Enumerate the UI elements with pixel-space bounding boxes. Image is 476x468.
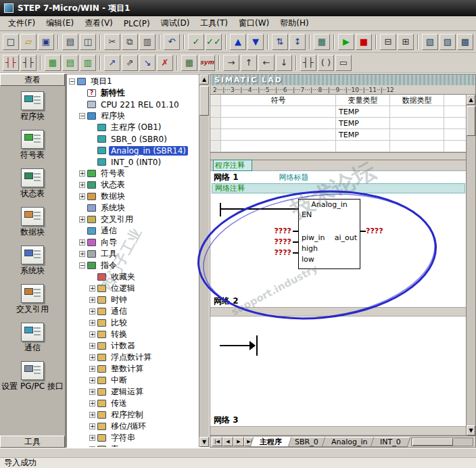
scroll-down-icon[interactable]: ▼ — [199, 437, 209, 447]
expand-box-icon[interactable]: + — [79, 216, 85, 223]
operand-ai-out[interactable]: ???? — [366, 227, 383, 235]
tree-item-label[interactable]: 程序控制 — [109, 409, 145, 421]
network-3-header[interactable]: 网络 3 — [210, 414, 475, 426]
tree-item-label[interactable]: Analog_in (SBR14) — [109, 146, 188, 156]
sidebar-item-1[interactable]: 程序块 — [1, 91, 64, 121]
tree-item-label[interactable]: 移位/循环 — [109, 421, 148, 432]
variable-cell[interactable]: TEMP — [336, 129, 390, 140]
collapse-box-icon[interactable]: − — [79, 262, 85, 268]
tree-item[interactable]: ?新特性 — [67, 87, 199, 99]
editor-scroll-down-icon[interactable]: ▼ — [467, 425, 475, 436]
sort-ascending-icon[interactable]: ⇅ — [272, 34, 288, 50]
download-icon[interactable]: ▼ — [247, 34, 264, 50]
network-read-icon[interactable]: ⊟ — [380, 34, 396, 50]
tree-item[interactable]: +字符串 — [67, 432, 199, 444]
sidebar-item-7[interactable]: 通信 — [1, 323, 64, 352]
variable-cell[interactable] — [221, 106, 336, 117]
tree-item[interactable]: +表 — [67, 444, 199, 447]
variable-cell[interactable] — [221, 129, 336, 140]
expand-box-icon[interactable]: + — [89, 412, 95, 418]
tree-item[interactable]: +整数计算 — [67, 363, 199, 375]
view-bar-header[interactable]: 查看 — [0, 74, 65, 86]
tree-item[interactable]: +向导 — [67, 237, 199, 248]
network-3-comment-row[interactable] — [210, 426, 466, 436]
hscroll-thumb[interactable] — [412, 438, 453, 446]
open-file-icon[interactable]: ▱ — [20, 34, 37, 50]
tree-item-label[interactable]: 通信 — [109, 306, 129, 317]
expand-box-icon[interactable]: + — [89, 423, 95, 429]
expand-box-icon[interactable]: + — [79, 182, 85, 188]
tree-item-label[interactable]: 中断 — [109, 375, 129, 386]
tree-item-label[interactable]: 整数计算 — [109, 363, 145, 375]
operand-low[interactable]: ???? — [264, 248, 291, 257]
tree-item-label[interactable]: 新特性 — [99, 87, 127, 99]
menu-item-1[interactable]: 文件(F) — [3, 16, 41, 30]
tree-item-label[interactable]: 交叉引用 — [99, 214, 135, 225]
pause-status-icon[interactable]: ▨ — [439, 34, 456, 50]
tree-item[interactable]: 主程序 (OB1) — [67, 122, 199, 133]
expand-box-icon[interactable]: + — [89, 331, 95, 337]
menu-item-6[interactable]: 工具(T) — [195, 16, 233, 30]
network-2-comment-row[interactable] — [210, 307, 466, 317]
line-up-icon[interactable]: ↑ — [241, 55, 257, 71]
tree-item-label[interactable]: 系统块 — [99, 202, 127, 214]
insert-network-icon[interactable]: ┤├ — [3, 55, 19, 71]
insert-coil-icon[interactable]: ( ) — [318, 55, 334, 71]
read-forced-icon[interactable]: ⇗ — [122, 55, 138, 71]
chart-status-icon[interactable]: ▩ — [457, 34, 473, 50]
tab-INT_0[interactable]: INT_0 — [371, 437, 411, 447]
menu-item-5[interactable]: 调试(D) — [156, 16, 195, 30]
tree-scrollbar[interactable]: ▲ ▼ — [199, 74, 209, 447]
expand-box-icon[interactable]: + — [89, 297, 95, 303]
tree-scroll-track[interactable] — [199, 85, 209, 437]
menu-item-8[interactable]: 帮助(H) — [275, 16, 314, 30]
menu-item-2[interactable]: 编辑(E) — [41, 16, 79, 30]
tree-item-label[interactable]: 状态表 — [99, 179, 127, 191]
tab-nav-3-icon[interactable]: ▶ — [233, 437, 244, 446]
tab-Analog_in[interactable]: Analog_in — [321, 437, 377, 447]
expand-box-icon[interactable]: + — [89, 366, 95, 372]
editor-hscrollbar[interactable] — [411, 438, 473, 446]
tree-item[interactable]: +工具 — [67, 248, 199, 260]
save-icon[interactable]: ▣ — [38, 34, 54, 50]
new-file-icon[interactable]: □ — [3, 34, 19, 50]
variable-cell[interactable] — [444, 118, 466, 128]
variable-cell[interactable] — [444, 129, 466, 140]
insert-contact-icon[interactable]: ┤├ — [300, 55, 316, 71]
sidebar-item-3[interactable]: 状态表 — [1, 168, 64, 198]
tree-item-label[interactable]: 逻辑运算 — [109, 386, 145, 398]
tab-主程序[interactable]: 主程序 — [250, 437, 292, 447]
scroll-up-icon[interactable]: ▲ — [199, 74, 209, 85]
tree-item[interactable]: INT_0 (INT0) — [67, 156, 199, 168]
variable-cell[interactable]: TEMP — [336, 118, 390, 128]
editor-title[interactable]: SIMATIC LAD — [210, 74, 475, 85]
tree-item[interactable]: +移位/循环 — [67, 421, 199, 432]
sidebar-item-2[interactable]: 符号表 — [1, 130, 64, 160]
compile-icon[interactable]: ✓ — [188, 34, 204, 50]
view-ladder-icon[interactable]: ▦ — [45, 55, 61, 71]
tree-item-label[interactable]: 表 — [109, 444, 121, 447]
tree-item[interactable]: +传送 — [67, 398, 199, 409]
expand-box-icon[interactable]: + — [89, 308, 95, 314]
editor-scrollbar[interactable]: ▲ ▼ — [466, 95, 475, 436]
tree-item[interactable]: SBR_0 (SBR0) — [67, 133, 199, 145]
tools-bar-header[interactable]: 工具 — [0, 436, 65, 448]
tree-item[interactable]: +转换 — [67, 329, 199, 340]
view-symbol-table-icon[interactable]: ▤ — [62, 55, 78, 71]
variable-cell[interactable] — [336, 141, 390, 151]
expand-box-icon[interactable]: + — [89, 446, 95, 447]
expand-box-icon[interactable]: + — [79, 170, 85, 177]
sidebar-item-8[interactable]: 设置 PG/PC 接口 — [1, 361, 64, 391]
tree-item-label[interactable]: 符号表 — [99, 168, 127, 179]
tree-item-label[interactable]: 工具 — [99, 248, 119, 260]
expand-box-icon[interactable]: + — [89, 320, 95, 326]
network-1-title[interactable]: 网络标题 — [279, 172, 309, 183]
tree-item[interactable]: −程序块 — [67, 110, 199, 122]
line-left-icon[interactable]: ← — [258, 55, 275, 71]
tree-item[interactable]: Analog_in (SBR14) — [67, 145, 199, 156]
tree-item[interactable]: +位逻辑 — [67, 283, 199, 294]
expand-box-icon[interactable]: + — [89, 389, 95, 395]
variable-cell[interactable] — [221, 118, 336, 128]
tree-item[interactable]: −指令 — [67, 260, 199, 271]
tree-item[interactable]: +计数器 — [67, 340, 199, 352]
